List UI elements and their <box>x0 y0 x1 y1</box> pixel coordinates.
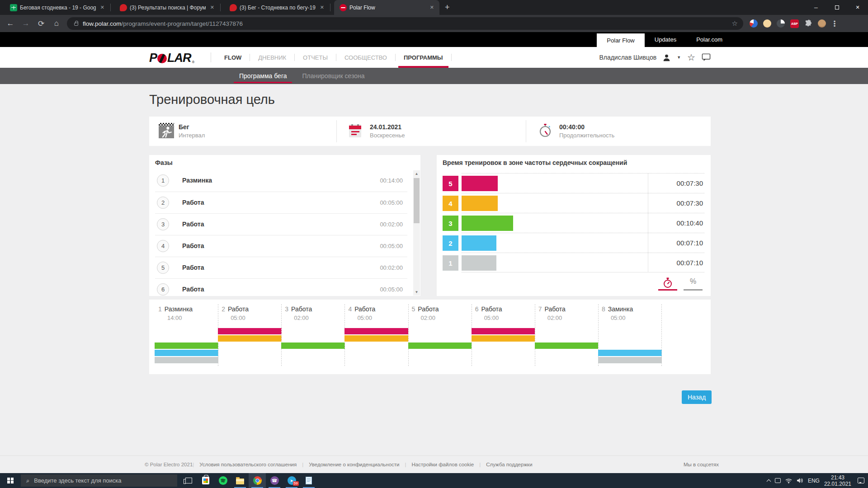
timeline-phase-label: 4Работа <box>348 305 375 313</box>
training-summary-card: Бег Интервал 24.01.2021 Воскресенье <box>149 117 711 146</box>
browser-menu-icon[interactable]: ••• <box>832 20 837 27</box>
language-indicator[interactable]: ENG <box>808 478 820 484</box>
topbar-item-polarcom[interactable]: Polar.com <box>686 32 732 47</box>
phase-row[interactable]: 6Работа00:05:00 <box>155 278 407 296</box>
phase-separator <box>535 304 535 366</box>
tab-close-icon[interactable]: ✕ <box>208 4 216 11</box>
divider: | <box>193 462 194 467</box>
zone-number-badge: 3 <box>443 216 458 231</box>
nav-item[interactable]: СООБЩЕСТВО <box>336 47 395 68</box>
windows-taskbar: ⌕ Введите здесь текст для поиска ☎ ➤59 E… <box>0 473 868 488</box>
timeline-zone-band <box>535 343 599 349</box>
tablet-mode-icon[interactable] <box>775 478 781 483</box>
phase-row[interactable]: 5Работа00:02:00 <box>155 257 407 278</box>
file-explorer-icon[interactable] <box>231 473 249 488</box>
url-bar[interactable]: flow.polar.com/programs/event-program/ta… <box>67 17 743 30</box>
bookmark-star-icon[interactable]: ☆ <box>732 19 738 28</box>
notification-center-icon[interactable] <box>858 478 864 483</box>
toggle-percent-button[interactable]: % <box>683 277 703 291</box>
maximize-icon[interactable] <box>826 0 847 15</box>
start-button[interactable] <box>0 473 21 488</box>
user-icon[interactable] <box>663 54 670 61</box>
zone-time-bar <box>462 196 498 211</box>
taskbar-search[interactable]: ⌕ Введите здесь текст для поиска <box>21 474 177 487</box>
timeline-zone-band <box>598 357 662 363</box>
polar-logo[interactable]: PLAR® <box>149 51 194 65</box>
puzzle-extensions-icon[interactable] <box>804 19 812 28</box>
browser-tab[interactable]: (3) Результаты поиска | Форум Б✕ <box>114 0 220 15</box>
back-icon[interactable]: ← <box>3 19 18 28</box>
polar-subnav: Программа бегаПланировщик сезона <box>0 68 868 84</box>
new-tab-button[interactable]: + <box>445 3 450 12</box>
timeline-zone-band <box>344 335 408 342</box>
duration-label: Продолжительность <box>559 131 614 140</box>
profile-avatar[interactable] <box>818 19 826 28</box>
footer-link[interactable]: Условия пользовательского соглашения <box>199 462 297 467</box>
nav-item[interactable]: ДНЕВНИК <box>250 47 294 68</box>
footer-social-link[interactable]: Мы в соцсетях <box>684 462 719 467</box>
phases-scrollbar[interactable]: ▲ ▼ <box>413 170 420 296</box>
phase-row[interactable]: 2Работа00:05:00 <box>155 192 407 213</box>
tab-close-icon[interactable]: ✕ <box>99 4 106 11</box>
telegram-icon[interactable]: ➤59 <box>283 473 300 488</box>
divider <box>211 52 211 62</box>
extension-icon[interactable] <box>750 19 758 28</box>
browser-tab[interactable]: Беговая стодневка - 19 - Googl✕ <box>5 0 110 15</box>
percent-label: % <box>683 277 703 286</box>
taskbar-clock[interactable]: 21:43 22.01.2021 <box>824 474 851 487</box>
footer-link[interactable]: Служба поддержки <box>486 462 532 467</box>
chat-bubble-icon[interactable] <box>702 53 711 61</box>
back-button[interactable]: Назад <box>682 390 712 404</box>
topbar-item-updates[interactable]: Updates <box>645 32 686 47</box>
stopwatch-icon <box>538 123 554 139</box>
tab-close-icon[interactable]: ✕ <box>318 4 326 11</box>
viber-icon[interactable]: ☎ <box>266 473 283 488</box>
phase-row[interactable]: 4Работа00:05:00 <box>155 235 407 257</box>
forward-icon[interactable]: → <box>18 19 33 28</box>
tray-expand-icon[interactable] <box>766 479 771 483</box>
nav-item[interactable]: ОТЧЕТЫ <box>295 47 336 68</box>
minimize-icon[interactable]: ─ <box>806 0 826 15</box>
user-name[interactable]: Владислав Шивцов <box>599 54 656 61</box>
favorites-star-icon[interactable]: ☆ <box>687 52 695 63</box>
system-tray: ENG 21:43 22.01.2021 <box>767 473 864 488</box>
nav-item[interactable]: ПРОГРАММЫ <box>396 47 451 68</box>
running-sport-icon <box>159 123 174 138</box>
divider <box>330 4 330 11</box>
phase-row[interactable]: 1Разминка00:14:00 <box>155 170 407 192</box>
scroll-up-icon[interactable]: ▲ <box>413 170 420 177</box>
hr-zones-panel: Время тренировок в зоне частоты сердечны… <box>437 155 711 296</box>
adblock-icon[interactable]: ABP <box>790 19 799 28</box>
close-icon[interactable]: ✕ <box>847 0 868 15</box>
home-icon[interactable]: ⌂ <box>49 19 64 28</box>
volume-icon[interactable] <box>797 478 803 483</box>
tab-close-icon[interactable]: ✕ <box>428 4 436 11</box>
topbar-item-polarflow[interactable]: Polar Flow <box>597 33 644 47</box>
browser-tab[interactable]: Polar Flow✕ <box>334 0 439 15</box>
toggle-time-stopwatch-icon[interactable] <box>657 277 678 291</box>
scrollbar-thumb[interactable] <box>414 178 420 223</box>
screen: Беговая стодневка - 19 - Googl✕(3) Резул… <box>0 0 868 488</box>
extension-icon[interactable] <box>777 19 785 28</box>
chevron-down-icon[interactable]: ▼ <box>677 55 681 60</box>
telegram-badge: 59 <box>293 481 299 486</box>
wifi-icon[interactable] <box>785 478 792 483</box>
microsoft-store-icon[interactable] <box>197 473 214 488</box>
reload-icon[interactable]: ⟳ <box>33 19 49 28</box>
browser-tab[interactable]: (3) Бег - Стодневка по бегу-19 |✕ <box>224 0 330 15</box>
nav-flow[interactable]: FLOW <box>216 47 250 68</box>
tab-title: (3) Бег - Стодневка по бегу-19 | <box>240 5 316 11</box>
subnav-item[interactable]: Планировщик сезона <box>297 68 370 84</box>
timeline-zone-band <box>155 343 218 349</box>
phase-number: 1 <box>157 174 169 187</box>
subnav-item[interactable]: Программа бега <box>234 68 292 84</box>
footer-link[interactable]: Настройки файлов cookie <box>412 462 474 467</box>
spotify-icon[interactable] <box>214 473 231 488</box>
chrome-icon[interactable] <box>249 473 266 488</box>
task-view-button[interactable] <box>180 473 197 488</box>
extension-icon[interactable] <box>763 19 771 28</box>
footer-link[interactable]: Уведомление о конфиденциальности <box>309 462 399 467</box>
scroll-down-icon[interactable]: ▼ <box>413 289 420 296</box>
phase-row[interactable]: 3Работа00:02:00 <box>155 213 407 235</box>
notepad-icon[interactable] <box>300 473 317 488</box>
